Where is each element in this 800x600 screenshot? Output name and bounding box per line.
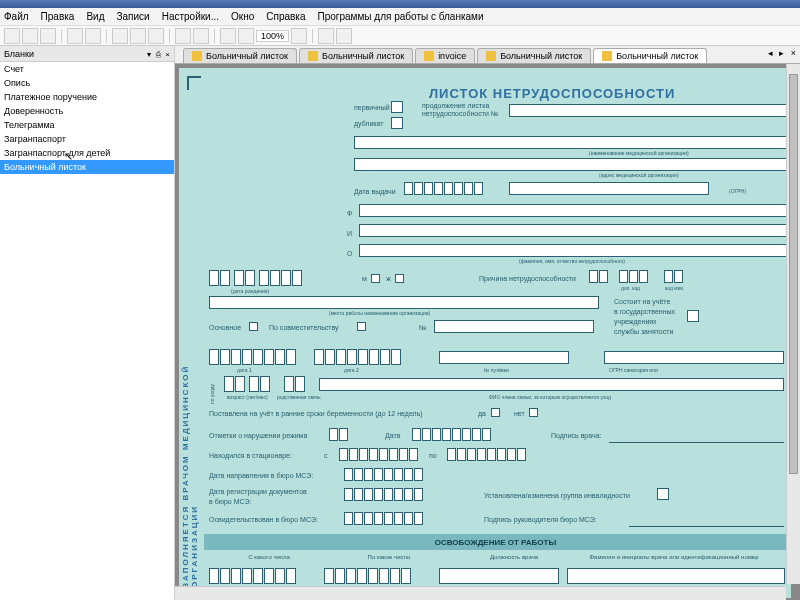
table-row-fio[interactable] — [567, 568, 785, 584]
lbl-gov3: учреждениях — [614, 318, 657, 325]
tab-2[interactable]: Больничный листок — [299, 48, 413, 63]
input-mse-ref[interactable] — [344, 468, 423, 481]
input-date1[interactable] — [209, 349, 296, 365]
chk-dup[interactable] — [391, 117, 403, 129]
chk-primary[interactable] — [391, 101, 403, 113]
input-voucher[interactable] — [439, 351, 569, 364]
tab-close-icon[interactable]: × — [791, 48, 796, 58]
input-ogrn-san[interactable] — [604, 351, 784, 364]
chk-gov[interactable] — [687, 310, 699, 322]
zoom-value[interactable]: 100% — [256, 30, 289, 42]
input-date2[interactable] — [314, 349, 401, 365]
chk-parttime[interactable] — [357, 322, 366, 331]
chk-preg-no[interactable] — [529, 408, 538, 417]
scrollbar-vertical[interactable] — [786, 64, 800, 584]
tab-3[interactable]: invoice — [415, 48, 475, 63]
panel-minimize-icon[interactable]: ▾ — [147, 50, 151, 59]
scroll-thumb[interactable] — [789, 74, 798, 474]
tb-open-icon[interactable] — [22, 28, 38, 44]
tb-copy-icon[interactable] — [130, 28, 146, 44]
input-birth[interactable] — [209, 270, 302, 286]
window-title-bar — [0, 0, 800, 8]
input-violation-date[interactable] — [412, 428, 491, 441]
input-mse-exam[interactable] — [344, 512, 423, 525]
input-workplace[interactable] — [209, 296, 599, 309]
input-orgaddr[interactable] — [354, 158, 789, 171]
input-hosp-from[interactable] — [339, 448, 418, 461]
sidebar-item-telegram[interactable]: Телеграмма — [0, 118, 174, 132]
menu-programs[interactable]: Программы для работы с бланками — [318, 11, 484, 22]
lbl-main: Основное — [209, 324, 241, 331]
vertical-caption: ЗАПОЛНЯЕТСЯ ВРАЧОМ МЕДИЦИНСКОЙ ОРГАНИЗАЦ… — [181, 298, 199, 588]
tb-nav-first-icon[interactable] — [220, 28, 236, 44]
menu-edit[interactable]: Правка — [41, 11, 75, 22]
tab-scroll-left-icon[interactable]: ◂ — [768, 48, 773, 58]
sidebar-item-doverennost[interactable]: Доверенность — [0, 104, 174, 118]
input-cont-num[interactable] — [509, 104, 789, 117]
menu-file[interactable]: Файл — [4, 11, 29, 22]
input-cause-doc[interactable] — [619, 270, 648, 283]
chk-preg-yes[interactable] — [491, 408, 500, 417]
input-i[interactable] — [359, 224, 789, 237]
chk-disab[interactable] — [657, 488, 669, 500]
input-parttime-num[interactable] — [434, 320, 594, 333]
chk-main[interactable] — [249, 322, 258, 331]
th-to: По какое число — [349, 554, 429, 560]
document-viewport[interactable]: ЛИСТОК НЕТРУДОСПОСОБНОСТИ первичный дубл… — [175, 64, 800, 600]
tb-cut-icon[interactable] — [112, 28, 128, 44]
tb-fit2-icon[interactable] — [336, 28, 352, 44]
tb-new-icon[interactable] — [4, 28, 20, 44]
tab-4[interactable]: Больничный листок — [477, 48, 591, 63]
table-row-from[interactable] — [209, 568, 296, 584]
input-hosp-to[interactable] — [447, 448, 526, 461]
menu-window[interactable]: Окно — [231, 11, 254, 22]
tb-sep — [169, 29, 170, 43]
lbl-primary: первичный — [354, 104, 390, 111]
lbl-date1: дата 1 — [237, 367, 252, 373]
chk-zh[interactable] — [395, 274, 404, 283]
tb-fit-icon[interactable] — [318, 28, 334, 44]
input-ogrn[interactable] — [509, 182, 709, 195]
tb-save-icon[interactable] — [40, 28, 56, 44]
menu-records[interactable]: Записи — [116, 11, 149, 22]
tb-preview-icon[interactable] — [85, 28, 101, 44]
tb-paste-icon[interactable] — [148, 28, 164, 44]
input-issuedate[interactable] — [404, 182, 483, 195]
tab-5[interactable]: Больничный листок — [593, 48, 707, 63]
tab-1[interactable]: Больничный листок — [183, 48, 297, 63]
input-cause-chg[interactable] — [664, 270, 683, 283]
sidebar-item-sick-leave[interactable]: Больничный листок — [0, 160, 174, 174]
input-fio-care1[interactable] — [319, 378, 784, 391]
table-row-to[interactable] — [324, 568, 411, 584]
menu-view[interactable]: Вид — [86, 11, 104, 22]
tb-undo-icon[interactable] — [175, 28, 191, 44]
sidebar-item-zagran[interactable]: Загранпаспорт — [0, 132, 174, 146]
tb-redo-icon[interactable] — [193, 28, 209, 44]
input-mse-head-sign[interactable] — [629, 514, 784, 527]
sidebar-item-payment[interactable]: Платежное поручение — [0, 90, 174, 104]
input-rel1[interactable] — [284, 376, 305, 392]
menu-settings[interactable]: Настройки... — [162, 11, 219, 22]
sidebar-item-schet[interactable]: Счет — [0, 62, 174, 76]
tb-nav-next-icon[interactable] — [291, 28, 307, 44]
input-o[interactable] — [359, 244, 789, 257]
input-doctor-sign[interactable] — [609, 430, 784, 443]
tb-print-icon[interactable] — [67, 28, 83, 44]
scrollbar-horizontal[interactable] — [175, 586, 786, 600]
tab-scroll-right-icon[interactable]: ▸ — [779, 48, 784, 58]
input-age1[interactable] — [224, 376, 270, 392]
tb-nav-prev-icon[interactable] — [238, 28, 254, 44]
input-cause-code[interactable] — [589, 270, 608, 283]
input-violation[interactable] — [329, 428, 348, 441]
lbl-fio-care: ФИО члена семьи, за которым осуществляет… — [489, 394, 611, 400]
input-orgname[interactable] — [354, 136, 789, 149]
sidebar-item-opis[interactable]: Опись — [0, 76, 174, 90]
panel-pin-icon[interactable]: ⎙ — [156, 50, 161, 59]
input-mse-reg[interactable] — [344, 488, 423, 501]
input-f[interactable] — [359, 204, 789, 217]
panel-close-icon[interactable]: × — [165, 50, 170, 59]
menu-help[interactable]: Справка — [266, 11, 305, 22]
chk-m[interactable] — [371, 274, 380, 283]
table-row-job[interactable] — [439, 568, 559, 584]
sidebar-item-zagran-child[interactable]: Загранпаспорт для детей — [0, 146, 174, 160]
